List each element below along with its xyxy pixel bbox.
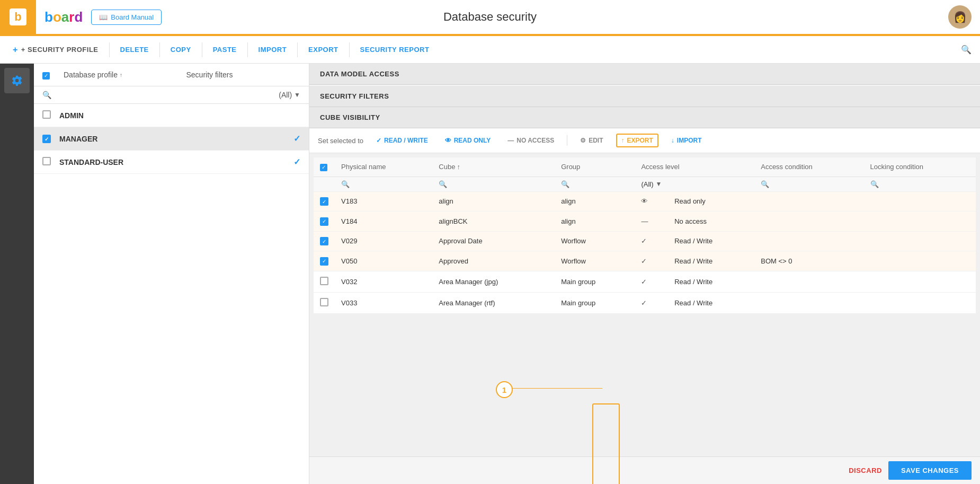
import-button[interactable]: IMPORT: [250, 41, 296, 58]
profile-item-manager[interactable]: ✓ MANAGER ✓: [34, 127, 309, 151]
set-selected-label: Set selected to: [318, 137, 363, 145]
group-header: Group: [561, 163, 580, 171]
select-all-checkbox[interactable]: ✓: [42, 72, 50, 80]
dash-icon-na: —: [507, 137, 514, 144]
row4-physical: V050: [335, 251, 432, 271]
read-only-button[interactable]: 👁 READ ONLY: [441, 135, 495, 146]
row1-access-icon: 👁: [635, 191, 668, 212]
row2-physical-val: V184: [341, 217, 357, 225]
filter-group[interactable]: 🔍: [555, 177, 635, 191]
row1-checkbox-cell[interactable]: ✓: [314, 191, 335, 212]
profile-search[interactable]: 🔍: [42, 91, 51, 99]
import-cube-button[interactable]: ↓ IMPORT: [667, 135, 706, 146]
row2-group-val: align: [561, 217, 575, 225]
profile-item-standard-user[interactable]: STANDARD-USER ✓: [34, 151, 309, 174]
security-filters-header[interactable]: SECURITY FILTERS: [309, 86, 980, 107]
paste-button[interactable]: PASTE: [204, 41, 245, 58]
table-select-all-checkbox[interactable]: ✓: [320, 164, 327, 171]
filter-access-condition[interactable]: 🔍: [754, 177, 863, 191]
row2-checkbox-cell[interactable]: ✓: [314, 212, 335, 232]
delete-button[interactable]: DELETE: [112, 41, 157, 58]
row6-locking: [864, 292, 976, 313]
row6-cube: Area Manager (rtf): [432, 292, 555, 313]
discard-button[interactable]: DISCARD: [849, 467, 882, 474]
row4-group: Worflow: [555, 251, 635, 271]
row5-cube: Area Manager (jpg): [432, 271, 555, 292]
row3-locking: [864, 231, 976, 251]
add-security-profile-button[interactable]: + + SECURITY PROFILE: [4, 41, 107, 59]
export-cube-button[interactable]: ↑ EXPORT: [616, 134, 658, 147]
row2-physical: V184: [335, 212, 432, 232]
th-group: Group: [555, 157, 635, 177]
cube-visibility-section: CUBE VISIBILITY Set selected to ✓ READ /…: [309, 107, 980, 484]
security-filter-dropdown[interactable]: (All) ▼: [279, 91, 300, 99]
no-access-label: NO ACCESS: [516, 137, 554, 144]
toolbar-search[interactable]: 🔍: [957, 45, 976, 55]
manual-btn-label: Board Manual: [111, 13, 154, 21]
filter-locking-condition[interactable]: 🔍: [864, 177, 976, 191]
page-title: Database security: [443, 10, 537, 24]
main-layout: ✓ Database profile ↑ Security filters 🔍 …: [0, 64, 980, 484]
annotation-circle-1: 1: [496, 381, 513, 398]
row3-checkbox[interactable]: ✓: [320, 237, 328, 245]
security-report-button[interactable]: SECURITY REPORT: [352, 41, 438, 58]
search-icon-ac: 🔍: [761, 180, 769, 188]
board-manual-button[interactable]: 📖 Board Manual: [91, 10, 162, 25]
export-button[interactable]: EXPORT: [300, 41, 346, 58]
admin-checkbox[interactable]: [42, 110, 51, 119]
icon-bar: [0, 64, 34, 484]
manager-checkbox-col: ✓: [42, 134, 55, 144]
filter-physical-name[interactable]: 🔍: [335, 177, 432, 191]
data-model-access-label: DATA MODEL ACCESS: [320, 70, 399, 78]
row1-checkbox[interactable]: ✓: [320, 197, 328, 206]
filter-cube[interactable]: 🔍: [432, 177, 555, 191]
row3-checkbox-cell[interactable]: ✓: [314, 231, 335, 251]
row2-checkbox[interactable]: ✓: [320, 217, 328, 226]
sort-arrow-icon: ↑: [120, 72, 122, 78]
access-condition-header: Access condition: [761, 163, 813, 171]
row5-checkbox[interactable]: [320, 277, 328, 285]
cube-visibility-label: CUBE VISIBILITY: [320, 113, 380, 121]
row4-condition-val: BOM <> 0: [761, 257, 792, 265]
profile-filter-row: 🔍 (All) ▼: [34, 86, 309, 104]
row1-condition: [754, 191, 863, 212]
export-cube-label: EXPORT: [627, 137, 653, 144]
action-separator: [567, 135, 567, 146]
toolbar-separator-1: [109, 42, 110, 57]
data-model-access-header[interactable]: DATA MODEL ACCESS: [309, 64, 980, 85]
plus-icon: +: [13, 45, 18, 55]
import-icon: ↓: [671, 137, 674, 144]
table-header-row: ✓ Physical name Cube ↑: [314, 157, 976, 177]
row3-cube: Approval Date: [432, 231, 555, 251]
cube-sort[interactable]: Cube ↑: [439, 163, 460, 171]
cube-table-container[interactable]: ✓ Physical name Cube ↑: [309, 153, 980, 484]
bottom-bar: DISCARD SAVE CHANGES: [309, 456, 980, 484]
no-access-button[interactable]: — NO ACCESS: [503, 135, 558, 146]
db-profile-column-header: Database profile ↑: [64, 71, 178, 79]
row3-access-val: Read / Write: [674, 237, 712, 245]
filter-access-level[interactable]: (All) ▼: [635, 177, 754, 191]
copy-button[interactable]: COPY: [162, 41, 200, 58]
table-row: ✓ V029 Approval Date Worflow ✓ Read / Wr…: [314, 231, 976, 251]
profile-item-admin[interactable]: ADMIN: [34, 104, 309, 127]
icon-bar-item-settings[interactable]: [4, 68, 30, 93]
row6-checkbox[interactable]: [320, 298, 328, 306]
table-filter-row: 🔍 🔍 🔍 (All) ▼: [314, 177, 976, 191]
export-label: EXPORT: [308, 46, 338, 54]
edit-button[interactable]: ⚙ EDIT: [576, 135, 607, 146]
read-write-button[interactable]: ✓ READ / WRITE: [372, 135, 432, 146]
save-changes-button[interactable]: SAVE CHANGES: [888, 461, 972, 480]
row4-checkbox[interactable]: ✓: [320, 257, 328, 266]
import-cube-label: IMPORT: [677, 137, 702, 144]
read-write-label: READ / WRITE: [384, 137, 428, 144]
cube-visibility-header[interactable]: CUBE VISIBILITY: [309, 107, 980, 128]
standard-user-checkbox[interactable]: [42, 157, 51, 165]
row4-checkbox-cell[interactable]: ✓: [314, 251, 335, 271]
discard-label: DISCARD: [849, 467, 882, 474]
row1-access: Read only: [668, 191, 754, 212]
row6-checkbox-cell[interactable]: [314, 292, 335, 313]
manager-checkbox[interactable]: ✓: [42, 135, 51, 143]
check-icon-row5: ✓: [641, 278, 647, 286]
row5-checkbox-cell[interactable]: [314, 271, 335, 292]
row4-group-val: Worflow: [561, 257, 586, 265]
